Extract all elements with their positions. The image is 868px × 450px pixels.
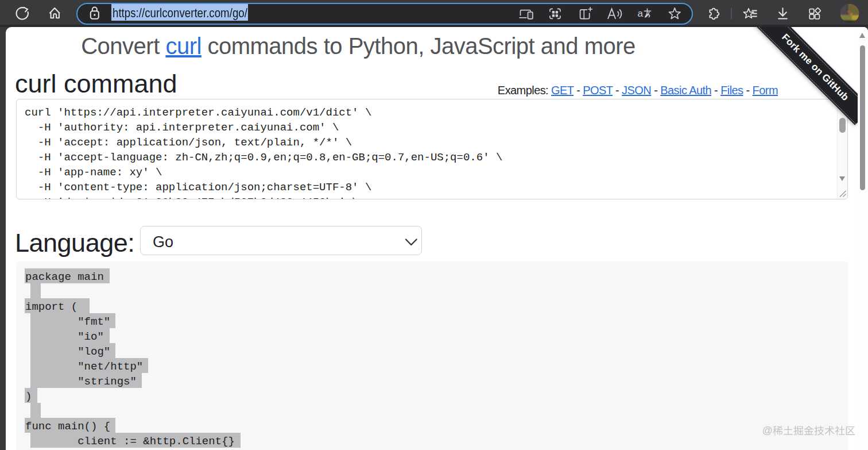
svg-text:a: a xyxy=(638,8,644,19)
